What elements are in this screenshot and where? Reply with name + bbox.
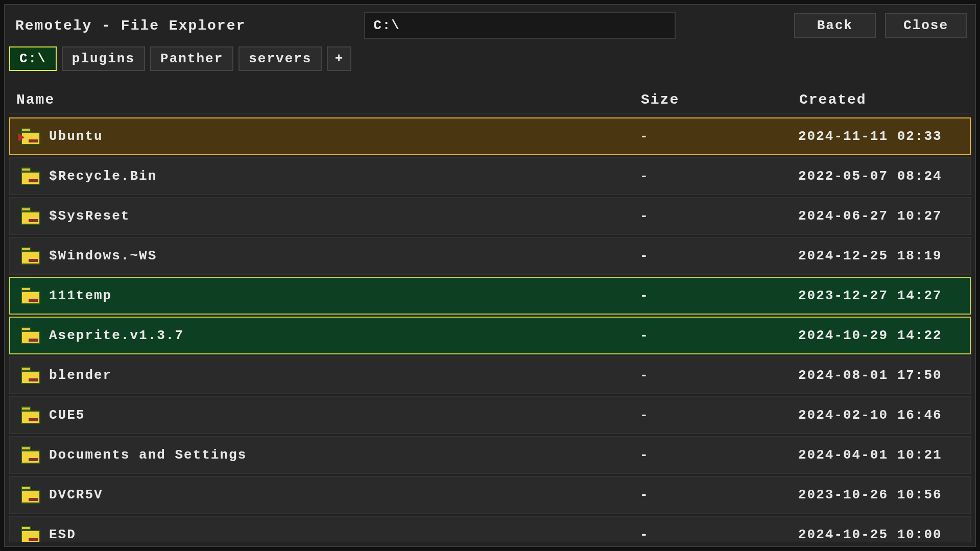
cell-created: 2024-12-25 18:19 bbox=[794, 248, 963, 263]
file-name: $SysReset bbox=[49, 208, 130, 224]
tab-bar: C:\pluginsPantherservers+ bbox=[5, 46, 975, 77]
file-name: $Windows.~WS bbox=[49, 248, 157, 263]
file-explorer-window: Remotely - File Explorer Back Close C:\p… bbox=[4, 4, 976, 547]
cell-name: $Recycle.Bin bbox=[15, 166, 636, 186]
cell-name: Ubuntu bbox=[15, 126, 636, 147]
folder-icon bbox=[19, 405, 42, 425]
cell-created: 2024-06-27 10:27 bbox=[794, 208, 963, 224]
table-header: Name Size Created bbox=[9, 86, 971, 114]
tab-panther[interactable]: Panther bbox=[150, 46, 233, 71]
cell-name: CUE5 bbox=[15, 405, 636, 425]
column-header-name[interactable]: Name bbox=[16, 92, 637, 108]
folder-shortcut-icon bbox=[19, 126, 42, 147]
back-button[interactable]: Back bbox=[794, 13, 876, 38]
folder-icon bbox=[19, 365, 42, 386]
file-name: Aseprite.v1.3.7 bbox=[49, 328, 184, 343]
cell-size: - bbox=[636, 129, 794, 144]
table-row[interactable]: Documents and Settings-2024-04-01 10:21 bbox=[9, 436, 971, 474]
table-row[interactable]: Ubuntu-2024-11-11 02:33 bbox=[9, 117, 971, 155]
file-name: Documents and Settings bbox=[49, 447, 247, 463]
tab-plugins[interactable]: plugins bbox=[62, 46, 145, 71]
table-row[interactable]: $Recycle.Bin-2022-05-07 08:24 bbox=[9, 157, 971, 195]
table-row[interactable]: ESD-2024-10-25 10:00 bbox=[9, 516, 971, 542]
cell-size: - bbox=[636, 248, 794, 263]
file-name: blender bbox=[49, 368, 112, 383]
folder-icon bbox=[19, 485, 42, 505]
cell-created: 2023-10-26 10:56 bbox=[794, 487, 963, 502]
cell-size: - bbox=[636, 288, 794, 303]
file-name: CUE5 bbox=[49, 408, 85, 423]
cell-size: - bbox=[636, 408, 794, 423]
table-row[interactable]: 111temp-2023-12-27 14:27 bbox=[9, 277, 971, 315]
window-title: Remotely - File Explorer bbox=[13, 18, 246, 34]
cell-created: 2024-02-10 16:46 bbox=[794, 408, 963, 423]
cell-created: 2024-10-25 10:00 bbox=[794, 527, 963, 542]
table-row[interactable]: blender-2024-08-01 17:50 bbox=[9, 356, 971, 394]
cell-size: - bbox=[636, 169, 794, 184]
file-name: ESD bbox=[49, 527, 76, 542]
cell-created: 2024-11-11 02:33 bbox=[794, 129, 963, 144]
header-buttons: Back Close bbox=[794, 13, 967, 38]
close-button[interactable]: Close bbox=[885, 13, 967, 38]
cell-size: - bbox=[636, 447, 794, 463]
cell-size: - bbox=[636, 527, 794, 542]
cell-size: - bbox=[636, 368, 794, 383]
tab-c[interactable]: C:\ bbox=[9, 46, 57, 71]
table-row[interactable]: $Windows.~WS-2024-12-25 18:19 bbox=[9, 237, 971, 275]
file-name: Ubuntu bbox=[49, 129, 103, 144]
cell-name: blender bbox=[15, 365, 636, 386]
table-row[interactable]: CUE5-2024-02-10 16:46 bbox=[9, 396, 971, 434]
folder-icon bbox=[19, 206, 42, 226]
file-name: 111temp bbox=[49, 288, 112, 303]
cell-name: DVCR5V bbox=[15, 485, 636, 505]
cell-created: 2023-12-27 14:27 bbox=[794, 288, 963, 303]
tab-servers[interactable]: servers bbox=[238, 46, 322, 71]
cell-name: 111temp bbox=[15, 285, 636, 306]
cell-created: 2024-10-29 14:22 bbox=[794, 328, 963, 343]
file-name: $Recycle.Bin bbox=[49, 169, 157, 184]
column-header-size[interactable]: Size bbox=[637, 92, 795, 108]
table-row[interactable]: Aseprite.v1.3.7-2024-10-29 14:22 bbox=[9, 317, 971, 354]
cell-name: $SysReset bbox=[15, 206, 636, 226]
folder-icon bbox=[19, 325, 42, 346]
folder-icon bbox=[19, 524, 42, 542]
cell-name: Documents and Settings bbox=[15, 445, 636, 465]
header-bar: Remotely - File Explorer Back Close bbox=[5, 5, 975, 46]
cell-size: - bbox=[636, 328, 794, 343]
cell-name: $Windows.~WS bbox=[15, 246, 636, 266]
table-body: Ubuntu-2024-11-11 02:33$Recycle.Bin-2022… bbox=[9, 114, 971, 542]
file-name: DVCR5V bbox=[49, 487, 103, 502]
cell-name: Aseprite.v1.3.7 bbox=[15, 325, 636, 346]
cell-size: - bbox=[636, 208, 794, 224]
path-input[interactable] bbox=[364, 12, 676, 39]
folder-icon bbox=[19, 166, 42, 186]
cell-name: ESD bbox=[15, 524, 636, 542]
file-table: Name Size Created Ubuntu-2024-11-11 02:3… bbox=[9, 86, 971, 542]
table-row[interactable]: $SysReset-2024-06-27 10:27 bbox=[9, 197, 971, 235]
folder-icon bbox=[19, 445, 42, 465]
table-row[interactable]: DVCR5V-2023-10-26 10:56 bbox=[9, 476, 971, 514]
cell-size: - bbox=[636, 487, 794, 502]
cell-created: 2022-05-07 08:24 bbox=[794, 169, 963, 184]
add-tab-button[interactable]: + bbox=[327, 46, 351, 71]
column-header-created[interactable]: Created bbox=[795, 92, 964, 108]
cell-created: 2024-08-01 17:50 bbox=[794, 368, 963, 383]
folder-icon bbox=[19, 285, 42, 306]
cell-created: 2024-04-01 10:21 bbox=[794, 447, 963, 463]
folder-icon bbox=[19, 246, 42, 266]
